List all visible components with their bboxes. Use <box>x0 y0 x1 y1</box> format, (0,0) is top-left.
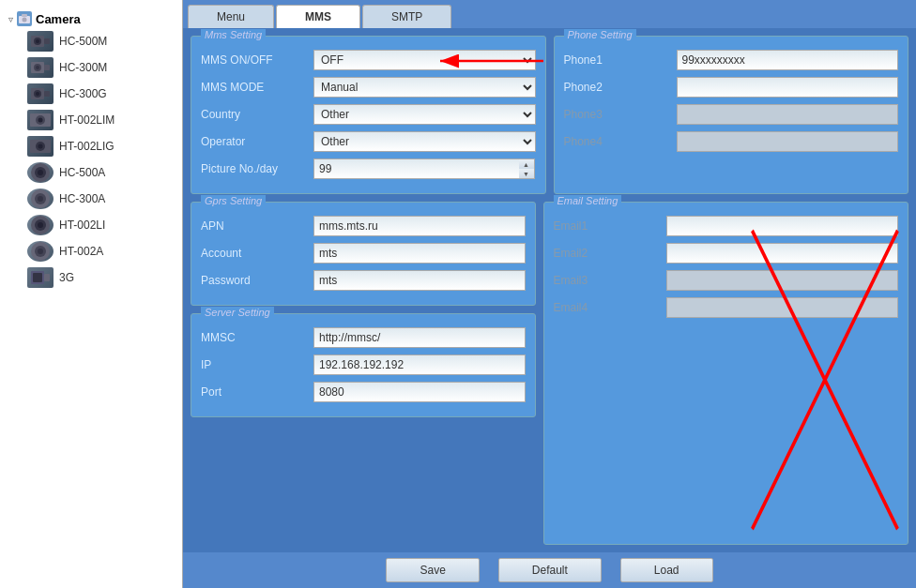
phone1-label: Phone1 <box>564 53 677 67</box>
device-icon-ht002lim <box>27 110 53 130</box>
main-content: Menu MMS SMTP Mms Setting MMS ON/OFF OFF… <box>183 0 916 588</box>
phone1-input[interactable] <box>677 50 899 70</box>
svg-rect-10 <box>44 65 50 70</box>
port-row: Port <box>201 382 526 402</box>
account-input[interactable] <box>313 243 526 264</box>
phone2-input[interactable] <box>677 77 899 98</box>
device-icon-3g <box>27 267 53 288</box>
device-icon-ht002a <box>27 241 53 262</box>
phone-setting-title: Phone Setting <box>564 29 636 40</box>
gprs-setting-panel: Gprs Setting APN Account Password <box>191 202 536 306</box>
port-label: Port <box>201 385 313 399</box>
mms-setting-title: Mms Setting <box>201 29 266 40</box>
sidebar-item-ht002lig[interactable]: HT-002LIG <box>23 133 177 159</box>
default-button[interactable]: Default <box>498 558 602 582</box>
tab-mms[interactable]: MMS <box>276 5 360 28</box>
apn-label: APN <box>201 219 313 233</box>
port-input[interactable] <box>313 382 526 402</box>
phone2-label: Phone2 <box>564 81 677 94</box>
email4-input <box>666 297 899 318</box>
svg-point-29 <box>38 222 43 228</box>
device-icon-hc500m <box>27 31 53 52</box>
sidebar-label-hc500m: HC-500M <box>59 35 107 48</box>
sidebar: ▿ Camera HC-500M HC-300M <box>0 0 183 588</box>
svg-point-5 <box>36 39 39 43</box>
svg-rect-35 <box>44 274 50 281</box>
sidebar-label-ht002a: HT-002A <box>59 245 103 258</box>
mms-onoff-label: MMS ON/OFF <box>201 53 313 67</box>
server-setting-panel: Server Setting MMSC IP Port <box>191 313 536 417</box>
load-button[interactable]: Load <box>620 558 713 582</box>
pic-spinner-wrapper: ▲ ▼ <box>313 158 536 179</box>
svg-point-26 <box>38 196 43 202</box>
account-label: Account <box>201 247 313 260</box>
email-setting-title: Email Setting <box>554 195 622 206</box>
spinner-up-btn[interactable]: ▲ <box>519 159 534 169</box>
tab-bar: Menu MMS SMTP <box>183 0 916 28</box>
sidebar-item-ht002lim[interactable]: HT-002LIM <box>23 107 177 133</box>
sidebar-label-hc300m: HC-300M <box>59 61 107 74</box>
email2-input[interactable] <box>666 243 899 264</box>
password-input[interactable] <box>313 270 526 291</box>
svg-rect-6 <box>44 38 50 44</box>
phone3-row: Phone3 <box>564 104 899 125</box>
mms-operator-select[interactable]: Other <box>313 131 536 152</box>
device-icon-ht002lig <box>27 136 53 157</box>
spinner-down-btn[interactable]: ▼ <box>519 169 534 178</box>
sidebar-item-3g[interactable]: 3G <box>23 264 177 291</box>
sidebar-item-hc500m[interactable]: HC-500M <box>23 28 177 54</box>
mms-operator-label: Operator <box>201 135 313 148</box>
email-cross-overlay <box>544 216 908 544</box>
footer: Save Default Load <box>183 552 916 588</box>
sidebar-label-hc300g: HC-300G <box>59 87 107 100</box>
apn-row: APN <box>201 216 526 236</box>
ip-row: IP <box>201 354 526 375</box>
mmsc-input[interactable] <box>313 327 526 348</box>
phone4-label: Phone4 <box>564 135 677 148</box>
email3-input <box>666 270 899 291</box>
tree-root-camera[interactable]: ▿ Camera <box>5 9 177 28</box>
svg-point-17 <box>38 118 43 123</box>
apn-input[interactable] <box>313 216 526 236</box>
sidebar-label-ht002lig: HT-002LIG <box>59 140 114 153</box>
svg-point-23 <box>38 170 43 175</box>
mms-mode-select[interactable]: Manual Auto <box>313 77 536 98</box>
sidebar-item-ht002li[interactable]: HT-002LI <box>23 212 177 238</box>
sidebar-item-hc300g[interactable]: HC-300G <box>23 81 177 107</box>
email3-row: Email3 <box>554 270 899 291</box>
sidebar-item-hc500a[interactable]: HC-500A <box>23 159 177 186</box>
svg-rect-34 <box>33 273 42 282</box>
device-icon-hc300m <box>27 57 53 78</box>
email2-row: Email2 <box>554 243 899 264</box>
sidebar-label-ht002lim: HT-002LIM <box>59 113 114 127</box>
tab-menu[interactable]: Menu <box>188 5 274 28</box>
svg-rect-2 <box>22 14 27 17</box>
left-panels: Gprs Setting APN Account Password <box>191 202 536 545</box>
mms-picday-input[interactable] <box>313 158 519 179</box>
sidebar-tree: ▿ Camera HC-500M HC-300M <box>0 5 182 295</box>
phone2-row: Phone2 <box>564 77 899 98</box>
ip-input[interactable] <box>313 354 526 375</box>
svg-rect-14 <box>44 91 50 97</box>
gprs-setting-title: Gprs Setting <box>201 195 266 206</box>
tree-children: HC-500M HC-300M HC-300G HT <box>5 28 177 291</box>
save-button[interactable]: Save <box>386 558 479 582</box>
collapse-icon[interactable]: ▿ <box>8 14 13 24</box>
sidebar-item-hc300m[interactable]: HC-300M <box>23 54 177 81</box>
bottom-row: Gprs Setting APN Account Password <box>191 202 908 545</box>
mms-onoff-select[interactable]: OFF ON <box>313 50 536 70</box>
mms-mode-row: MMS MODE Manual Auto <box>201 77 536 98</box>
svg-point-1 <box>23 18 27 23</box>
tab-smtp[interactable]: SMTP <box>362 5 451 28</box>
email1-input[interactable] <box>666 216 899 236</box>
password-label: Password <box>201 274 313 287</box>
sidebar-item-hc300a[interactable]: HC-300A <box>23 186 177 212</box>
sidebar-item-ht002a[interactable]: HT-002A <box>23 238 177 264</box>
mms-country-row: Country Other Russia USA <box>201 104 536 125</box>
mms-mode-label: MMS MODE <box>201 81 313 94</box>
email4-row: Email4 <box>554 297 899 318</box>
mmsc-label: MMSC <box>201 331 313 344</box>
password-row: Password <box>201 270 526 291</box>
email1-label: Email1 <box>554 219 666 233</box>
mms-country-select[interactable]: Other Russia USA <box>313 104 536 125</box>
